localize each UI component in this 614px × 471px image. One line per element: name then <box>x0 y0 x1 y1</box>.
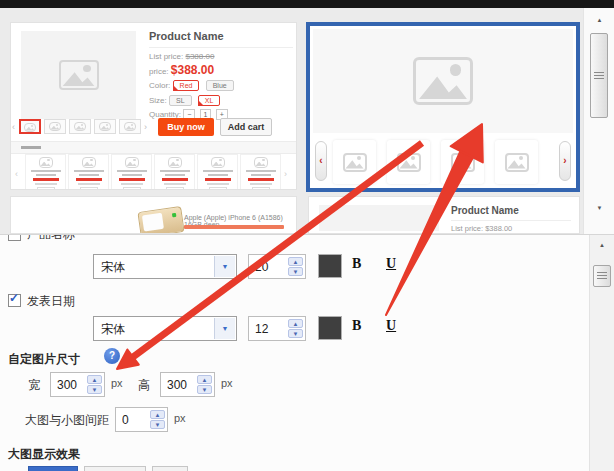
spin-up-icon[interactable]: ▲ <box>197 375 212 384</box>
spin-down-icon[interactable]: ▼ <box>197 385 212 394</box>
buy-now-button[interactable]: Buy now <box>158 118 214 136</box>
product-title: Product Name <box>451 205 571 221</box>
scroll-up-icon[interactable]: ▲ <box>584 17 614 23</box>
image-placeholder-icon <box>413 57 473 105</box>
spin-up-icon[interactable]: ▲ <box>87 375 102 384</box>
gallery-thumbnail[interactable] <box>387 140 430 184</box>
spin-down-icon[interactable]: ▼ <box>288 267 303 276</box>
top-dark-bar <box>0 0 614 8</box>
gallery-thumbnail[interactable] <box>441 140 484 184</box>
font-family-select-1[interactable]: 宋体 ▼ <box>93 254 237 279</box>
size-option-sl[interactable]: SL <box>169 95 192 106</box>
image-gap-stepper[interactable]: ▲ ▼ <box>115 407 168 432</box>
thumbnail[interactable] <box>44 119 66 134</box>
font-size-stepper-1[interactable]: ▲ ▼ <box>248 254 306 279</box>
spin-down-icon[interactable]: ▼ <box>87 385 102 394</box>
product-name-label: 产品名称 <box>27 234 75 243</box>
thumbnail[interactable] <box>119 119 141 134</box>
price-value: $388.00 <box>171 63 214 77</box>
underline-button-2[interactable]: U <box>386 318 396 334</box>
height-px-unit: px <box>221 377 233 389</box>
large-image-area <box>313 29 573 133</box>
height-stepper[interactable]: ▲ ▼ <box>160 372 215 397</box>
image-gap-label: 大图与小图间距 <box>25 412 109 429</box>
scrollbar-thumb[interactable] <box>593 265 611 287</box>
font-size-stepper-2[interactable]: ▲ ▼ <box>248 316 306 341</box>
width-stepper[interactable]: ▲ ▼ <box>50 372 105 397</box>
carousel-next-icon[interactable]: › <box>284 169 287 179</box>
gallery-prev-button[interactable]: ‹ <box>315 141 327 181</box>
scroll-down-icon[interactable]: ▼ <box>584 205 614 211</box>
bold-button-2[interactable]: B <box>352 318 361 334</box>
settings-scrollbar[interactable]: ▲ <box>589 235 614 471</box>
thumbnail-selected[interactable] <box>19 119 41 134</box>
underline-button-1[interactable]: U <box>386 256 396 272</box>
color-row: Color: Red Blue <box>149 80 238 91</box>
related-product-card[interactable] <box>111 154 152 190</box>
product-title: Product Name <box>149 30 293 48</box>
effect-option[interactable] <box>152 466 188 471</box>
effect-option[interactable] <box>84 466 146 471</box>
thumbnail[interactable] <box>94 119 116 134</box>
related-products-header <box>11 141 296 154</box>
size-option-xl[interactable]: XL <box>198 95 221 106</box>
height-label: 高 <box>138 377 150 394</box>
height-input[interactable] <box>163 375 195 394</box>
thumbnail[interactable] <box>69 119 91 134</box>
thumb-next-icon[interactable]: › <box>144 122 147 132</box>
spin-down-icon[interactable]: ▼ <box>150 420 165 429</box>
list-price-row: List price: $388.00 <box>149 52 214 61</box>
chevron-down-icon[interactable]: ▼ <box>214 256 235 277</box>
iphone-listing-preview[interactable]: Apple (Apple) iPhone 6 (A1586) 16GB deep <box>10 196 297 234</box>
spin-up-icon[interactable]: ▲ <box>288 319 303 328</box>
iphone-product-photo <box>137 206 184 234</box>
list-price-text: List price: $388.00 <box>451 224 512 233</box>
color-option-blue[interactable]: Blue <box>206 80 234 91</box>
color-option-red[interactable]: Red <box>173 80 200 91</box>
related-product-card[interactable] <box>240 154 281 190</box>
product-card-preview[interactable]: Product Name List price: $388.00 price: … <box>10 22 297 190</box>
chevron-down-icon[interactable]: ▼ <box>214 318 235 339</box>
gallery-thumbnail[interactable] <box>333 140 376 184</box>
effect-option-selected[interactable] <box>28 466 78 471</box>
image-gap-input[interactable] <box>118 410 150 429</box>
gallery-thumbnail[interactable] <box>495 140 538 184</box>
help-icon[interactable]: ? <box>104 348 120 364</box>
check-icon: ✓ <box>9 291 19 305</box>
template-preview-region: Product Name List price: $388.00 price: … <box>0 8 614 234</box>
related-product-card[interactable] <box>68 154 109 190</box>
width-input[interactable] <box>53 375 85 394</box>
list-price-value: $388.00 <box>185 52 214 61</box>
thumb-prev-icon[interactable]: ‹ <box>12 122 15 132</box>
bold-button-1[interactable]: B <box>352 256 361 272</box>
scroll-up-icon[interactable]: ▲ <box>590 242 614 248</box>
publish-date-checkbox[interactable]: ✓ <box>8 294 21 307</box>
spin-down-icon[interactable]: ▼ <box>288 329 303 338</box>
price-row: price: $388.00 <box>149 63 214 77</box>
spin-up-icon[interactable]: ▲ <box>288 257 303 266</box>
font-color-swatch-2[interactable] <box>318 316 342 340</box>
font-color-swatch-1[interactable] <box>318 254 342 278</box>
gallery-next-button[interactable]: › <box>559 141 571 181</box>
related-product-card[interactable] <box>197 154 238 190</box>
iphone-promo-text-bar <box>184 225 284 229</box>
font-size-input-2[interactable] <box>251 319 283 338</box>
add-cart-button[interactable]: Add cart <box>220 118 272 136</box>
size-row: Size: SL XL <box>149 95 224 106</box>
scrollbar-thumb[interactable] <box>590 33 608 118</box>
font-size-input-1[interactable] <box>251 257 283 276</box>
gallery-thumb-strip: ‹ › <box>313 139 573 185</box>
related-product-card[interactable] <box>154 154 195 190</box>
related-product-card[interactable] <box>25 154 66 190</box>
product-image-placeholder <box>319 205 439 231</box>
width-label: 宽 <box>28 377 40 394</box>
spin-up-icon[interactable]: ▲ <box>150 410 165 419</box>
font-family-select-2[interactable]: 宋体 ▼ <box>93 316 237 341</box>
preview-scrollbar[interactable]: ▲ ▼ <box>583 8 614 234</box>
gap-px-unit: px <box>174 412 186 424</box>
settings-panel: ✓ 产品名称 宋体 ▼ ▲ ▼ B U ✓ 发表日期 宋体 ▼ ▲ ▼ B U … <box>0 234 614 471</box>
carousel-prev-icon[interactable]: ‹ <box>15 169 18 179</box>
selected-gallery-widget[interactable]: ‹ › <box>306 22 580 192</box>
product-card-preview-2[interactable]: Product Name List price: $388.00 <box>308 196 580 234</box>
product-name-checkbox[interactable]: ✓ <box>8 234 21 241</box>
